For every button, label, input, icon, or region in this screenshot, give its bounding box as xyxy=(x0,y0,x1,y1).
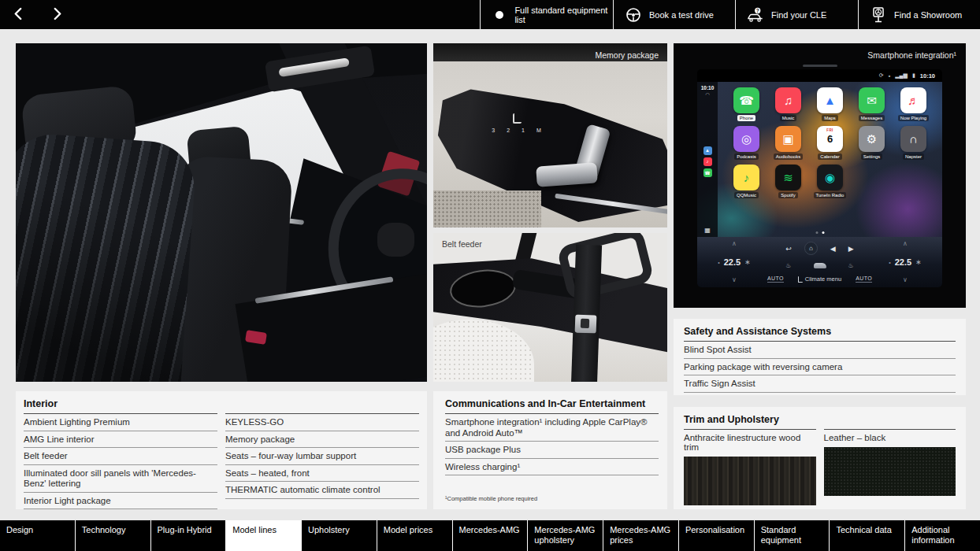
car-interior-photo xyxy=(16,43,427,382)
climate-left-zone: ∧ • 22.5 ∗ ∨ xyxy=(703,241,765,283)
calendar-weekday: FRI xyxy=(817,128,843,132)
app-label: Messages xyxy=(859,115,885,121)
app-grid: ☎Phone♫Music▲Maps✉Messages♬Now Playing◎P… xyxy=(718,86,942,200)
app-label: Calendar xyxy=(818,153,841,160)
carplay-sidebar: 10:10 ◠ ▲ ♪ ☎ ▦ xyxy=(697,82,718,237)
chevron-right-icon xyxy=(53,7,63,23)
app-spotify: ≋Spotify xyxy=(767,165,809,198)
fan-icon: ∗ xyxy=(744,258,751,266)
app-phone: ☎Phone xyxy=(726,87,767,121)
tab-plug-in-hybrid[interactable]: Plug-in Hybrid xyxy=(150,520,226,551)
app-podcasts: ◎Podcasts xyxy=(726,126,767,160)
app-label: Podcasts xyxy=(734,153,759,160)
steering-wheel-icon xyxy=(625,7,642,23)
list-item: KEYLESS-GO xyxy=(225,414,419,431)
top-bar-actions: Full standard equipment list Book a test… xyxy=(480,0,980,29)
podcasts-app-icon: ◎ xyxy=(733,126,759,152)
next-page-button[interactable] xyxy=(50,4,66,26)
climate-control-bar: ∧ • 22.5 ∗ ∨ ↩ ⌂ ◀ ▶ xyxy=(697,237,942,287)
app-label: Audiobooks xyxy=(774,153,803,160)
memory-button-2: 2 xyxy=(507,128,510,133)
now-playing-app-icon: ♬ xyxy=(900,87,926,113)
button-label: Find a Showroom xyxy=(894,10,962,20)
memory-button-m: M xyxy=(536,128,542,133)
top-bar: Full standard equipment list Book a test… xyxy=(0,0,980,29)
tab-standard-equipment[interactable]: Standard equipment xyxy=(754,520,830,551)
memory-buttons: 321M xyxy=(492,113,542,133)
list-item: Wireless charging¹ xyxy=(445,459,659,476)
tab-technology[interactable]: Technology xyxy=(75,520,150,551)
temp-down-icon: ∨ xyxy=(903,277,908,283)
temp-up-icon: ∧ xyxy=(732,241,737,247)
find-your-cle-button[interactable]: ? Find your CLE xyxy=(735,0,858,29)
tunein-radio-app-icon: ◉ xyxy=(817,165,843,190)
driver-seat-pleated xyxy=(16,131,198,382)
chevron-left-icon xyxy=(13,7,23,23)
interior-section: Interior Ambient Lighting PremiumAMG Lin… xyxy=(16,391,427,509)
audiobooks-app-icon: ▣ xyxy=(775,126,801,152)
tab-mercedes-amg-upholstery[interactable]: Mercedes-AMG upholstery xyxy=(527,520,603,551)
maps-app-icon: ▲ xyxy=(817,87,843,113)
seat-icon xyxy=(798,276,803,283)
carplay-home-screen: 10:10 ◠ ▲ ♪ ☎ ▦ ☎Phone♫Music▲Maps✉Messag… xyxy=(697,82,942,237)
right-temperature: 22.5 xyxy=(895,257,911,267)
list-item: Blind Spot Assist xyxy=(684,342,956,359)
app-label: QQMusic xyxy=(734,192,759,198)
list-item: Seats – four-way lumbar support xyxy=(225,448,419,465)
tab-model-lines[interactable]: Model lines xyxy=(225,520,301,551)
climate-right-zone: ∧ • 22.5 ∗ ∨ xyxy=(874,241,936,283)
list-item: Ambient Lighting Premium xyxy=(24,414,217,431)
interior-list-left: Ambient Lighting PremiumAMG Line interio… xyxy=(24,413,217,509)
tab-technical-data[interactable]: Technical data xyxy=(829,520,904,551)
profile-icon: ⟳ xyxy=(879,72,884,79)
steering-hub xyxy=(377,223,414,257)
seat-icon xyxy=(513,113,522,124)
full-standard-equipment-list-button[interactable]: Full standard equipment list xyxy=(480,0,613,29)
spotify-app-icon: ≋ xyxy=(775,165,801,190)
communications-section: Communications and In-Car Entertainment … xyxy=(433,391,667,509)
back-icon: ↩ xyxy=(785,245,792,253)
memory-button-row: 321M xyxy=(492,128,542,133)
tab-model-prices[interactable]: Model prices xyxy=(377,520,452,551)
perforated-seat xyxy=(433,320,534,382)
interior-list-right: KEYLESS-GOMemory packageSeats – four-way… xyxy=(225,413,419,509)
tab-mercedes-amg[interactable]: Mercedes-AMG xyxy=(452,520,528,551)
dot-icon: • xyxy=(889,260,890,265)
memory-button-1: 1 xyxy=(522,128,525,133)
list-item: Smartphone integration¹ including Apple … xyxy=(445,414,659,442)
prev-page-button[interactable] xyxy=(9,4,26,26)
trim-upholstery-section: Trim and Upholstery Anthracite linestruc… xyxy=(674,407,966,509)
app-label: Settings xyxy=(861,153,883,160)
tab-mercedes-amg-prices[interactable]: Mercedes-AMG prices xyxy=(603,520,678,551)
status-time: 10:10 xyxy=(920,72,935,80)
leather-column: Leather – black xyxy=(824,429,956,505)
photo-caption: Belt feeder xyxy=(442,239,482,249)
climate-menu-button: Climate menu xyxy=(798,276,841,283)
book-test-drive-button[interactable]: Book a test drive xyxy=(613,0,735,29)
speaker-grille xyxy=(433,190,541,227)
auto-right-button: AUTO xyxy=(856,276,872,283)
memory-package-photo: 321M Memory package xyxy=(433,43,667,227)
app-music: ♫Music xyxy=(767,87,809,121)
app-messages: ✉Messages xyxy=(851,87,893,121)
app-label: Maps xyxy=(822,115,838,121)
car-question-icon: ? xyxy=(747,6,764,24)
temp-up-icon: ∧ xyxy=(903,241,908,247)
list-item: Belt feeder xyxy=(24,448,217,465)
music-app-icon: ♫ xyxy=(775,87,801,113)
app-maps: ▲Maps xyxy=(809,87,851,121)
settings-app-icon: ⚙ xyxy=(859,126,885,152)
tab-personalisation[interactable]: Personalisation xyxy=(678,520,754,551)
tab-upholstery[interactable]: Upholstery xyxy=(301,520,377,551)
app-label: Spotify xyxy=(778,192,797,198)
belt-feeder-photo: ⚠ ⚠ Belt feeder xyxy=(433,233,667,382)
find-a-showroom-button[interactable]: Find a Showroom xyxy=(858,0,980,29)
tab-design[interactable]: Design xyxy=(0,520,75,551)
mbux-display: ⟳ ▪ ▂▄▆ ▮ 10:10 10:10 ◠ ▲ ♪ ☎ ▦ ☎Phone♫M… xyxy=(697,69,942,287)
bullet-circle-icon xyxy=(492,11,507,19)
safety-section: Safety and Assistance Systems Blind Spot… xyxy=(674,319,966,395)
app-settings: ⚙Settings xyxy=(851,126,893,160)
app-label: Napster xyxy=(903,153,924,160)
tab-additional-information[interactable]: Additional information xyxy=(904,520,980,551)
messages-app-icon: ✉ xyxy=(859,87,885,113)
